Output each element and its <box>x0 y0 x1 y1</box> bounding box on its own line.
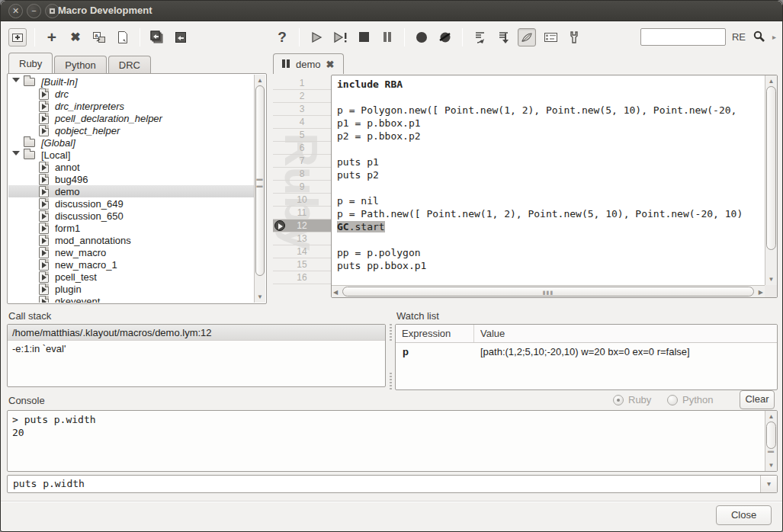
watch-column-value[interactable]: Value <box>474 325 777 342</box>
breakpoint-button[interactable] <box>412 28 431 46</box>
code-line-13[interactable] <box>337 233 765 246</box>
history-dropdown-button[interactable]: ▾ <box>760 476 777 492</box>
pause-button[interactable] <box>378 28 396 46</box>
tree-item-pcell-test[interactable]: pcell_test <box>8 271 254 283</box>
run-from-current-button[interactable] <box>331 28 349 46</box>
save-all-macros-button[interactable] <box>148 28 166 46</box>
window-minimize-button[interactable]: − <box>27 4 41 18</box>
watch-column-expression[interactable]: Expression <box>396 325 474 342</box>
tree-item-annot[interactable]: annot <box>8 161 254 173</box>
code-line-4[interactable]: p1 = p.bbox.p1 <box>337 117 765 130</box>
gutter-line-12[interactable]: 12 <box>273 220 331 232</box>
gutter-line-14[interactable]: 14 <box>273 245 331 258</box>
code-line-1[interactable]: include RBA <box>337 78 765 91</box>
step-over-button[interactable] <box>494 28 512 46</box>
gutter-line-6[interactable]: 6 <box>273 142 331 155</box>
gutter-line-15[interactable]: 15 <box>273 258 331 271</box>
setup-button[interactable] <box>565 28 583 46</box>
gutter-line-13[interactable]: 13 <box>273 232 331 245</box>
close-button[interactable]: Close <box>716 505 772 525</box>
code-line-7[interactable]: puts p1 <box>337 155 765 168</box>
panel-splitter[interactable] <box>387 324 394 389</box>
properties-button[interactable] <box>541 28 560 46</box>
tree-item-drc[interactable]: drc <box>8 88 254 100</box>
new-macro-button[interactable]: + <box>43 28 61 46</box>
tab-demo[interactable]: demo ✖ <box>273 53 344 74</box>
tree-item-form1[interactable]: form1 <box>8 222 254 234</box>
tab-python[interactable]: Python <box>54 56 106 73</box>
gutter-line-11[interactable]: 11 <box>273 207 331 220</box>
tree-item-mod-annotations[interactable]: mod_annotations <box>8 234 254 246</box>
code-line-11[interactable]: p = Path.new([ Point.new(1, 2), Point.ne… <box>337 207 765 220</box>
code-line-10[interactable]: p = nil <box>337 194 765 207</box>
edit-mode-toggle[interactable] <box>518 28 536 46</box>
gutter-line-7[interactable]: 7 <box>273 155 331 168</box>
tree-item-discussion-650[interactable]: discussion_650 <box>8 210 254 222</box>
code-line-3[interactable]: p = Polygon.new([ Point.new(1, 2), Point… <box>337 104 765 117</box>
tree-item-new-macro[interactable]: new_macro <box>8 246 254 258</box>
tree-item-qkeyevent[interactable]: qkeyevent <box>8 295 254 303</box>
gutter-line-3[interactable]: 3 <box>273 103 331 116</box>
tab-close-icon[interactable]: ✖ <box>326 59 335 70</box>
watch-row[interactable]: p[path:(1,2;5,10;-20,10) w=20 bx=0 ex=0 … <box>396 343 777 361</box>
code-area[interactable]: include RBAp = Polygon.new([ Point.new(1… <box>331 75 778 298</box>
search-button[interactable] <box>752 30 766 44</box>
tab-drc[interactable]: DRC <box>108 56 151 73</box>
step-into-button[interactable] <box>470 28 489 46</box>
gutter-line-8[interactable]: 8 <box>273 168 331 181</box>
console-input[interactable]: puts p.width ▾ <box>7 475 778 493</box>
run-button[interactable] <box>307 28 326 46</box>
tree-item-discussion-649[interactable]: discussion_649 <box>8 197 254 210</box>
gutter-line-1[interactable]: 1 <box>273 77 331 90</box>
help-button[interactable]: ? <box>273 28 291 46</box>
rename-macro-button[interactable]: a <box>90 28 108 46</box>
code-line-6[interactable] <box>337 143 765 155</box>
clear-button[interactable]: Clear <box>740 390 775 409</box>
add-location-button[interactable] <box>8 28 27 46</box>
tree-item-local[interactable]: [Local] <box>8 149 254 161</box>
call-stack-frame[interactable]: -e:1:in `eval' <box>8 341 385 357</box>
editor-horizontal-scrollbar[interactable]: ▮▮▮ ◀ ▶ <box>332 285 765 297</box>
tab-ruby[interactable]: Ruby <box>8 53 53 73</box>
search-input[interactable] <box>640 28 726 46</box>
code-line-2[interactable] <box>337 91 765 104</box>
regexp-toggle[interactable]: RE <box>732 31 746 43</box>
code-line-5[interactable]: p2 = p.bbox.p2 <box>337 130 765 143</box>
expander-icon[interactable] <box>8 75 24 88</box>
search-options-expander[interactable]: ▸ <box>772 33 776 41</box>
gutter-line-5[interactable]: 5 <box>273 129 331 142</box>
gutter-line-16[interactable]: 16 <box>273 271 331 284</box>
tree-item-drc-interpreters[interactable]: drc_interpreters <box>8 100 254 112</box>
tree-item-qobject-helper[interactable]: qobject_helper <box>8 124 254 136</box>
titlebar[interactable]: ✕ − Macro Development <box>1 1 782 21</box>
tree-item-plugin[interactable]: plugin <box>8 283 254 295</box>
editor-gutter[interactable]: Ruby 12345678910111213141516 <box>273 75 331 298</box>
expander-icon[interactable] <box>8 148 24 162</box>
clear-breakpoints-button[interactable] <box>436 28 454 46</box>
tree-item-demo[interactable]: demo <box>8 185 254 197</box>
editor-vertical-scrollbar[interactable]: ▲ ▼ <box>765 75 777 285</box>
stop-button[interactable] <box>355 28 373 46</box>
import-macro-button[interactable] <box>114 28 132 46</box>
gutter-line-2[interactable]: 2 <box>273 90 331 103</box>
tree-item-new-macro-1[interactable]: new_macro_1 <box>8 258 254 271</box>
save-macro-button[interactable] <box>172 28 190 46</box>
tree-item-pcell-declaration-helper[interactable]: pcell_declaration_helper <box>8 112 254 124</box>
gutter-line-9[interactable]: 9 <box>273 181 331 194</box>
gutter-line-10[interactable]: 10 <box>273 194 331 207</box>
window-close-button[interactable]: ✕ <box>8 4 23 18</box>
tree-item-global[interactable]: [Global] <box>8 136 254 149</box>
code-line-14[interactable]: pp = p.polygon <box>337 246 765 259</box>
code-line-15[interactable]: puts pp.bbox.p1 <box>337 259 765 272</box>
console-scrollbar[interactable]: ▲ ▼ ▬ <box>765 411 777 471</box>
tree-item-bug496[interactable]: bug496 <box>8 173 254 185</box>
delete-macro-button[interactable]: ✖ <box>66 28 85 46</box>
tree-item-built-in[interactable]: [Built-In] <box>8 75 254 88</box>
call-stack-frame[interactable]: /home/matthias/.klayout/macros/demo.lym:… <box>8 325 385 341</box>
tree-scrollbar[interactable]: ▬▬ ▼ ▲ <box>254 75 265 303</box>
console-output[interactable]: > puts p.width20 ▲ ▼ ▬ <box>7 410 778 472</box>
code-line-9[interactable] <box>337 181 765 194</box>
code-line-8[interactable]: puts p2 <box>337 168 765 181</box>
code-line-12[interactable]: GC.start <box>337 220 765 233</box>
gutter-line-4[interactable]: 4 <box>273 116 331 129</box>
